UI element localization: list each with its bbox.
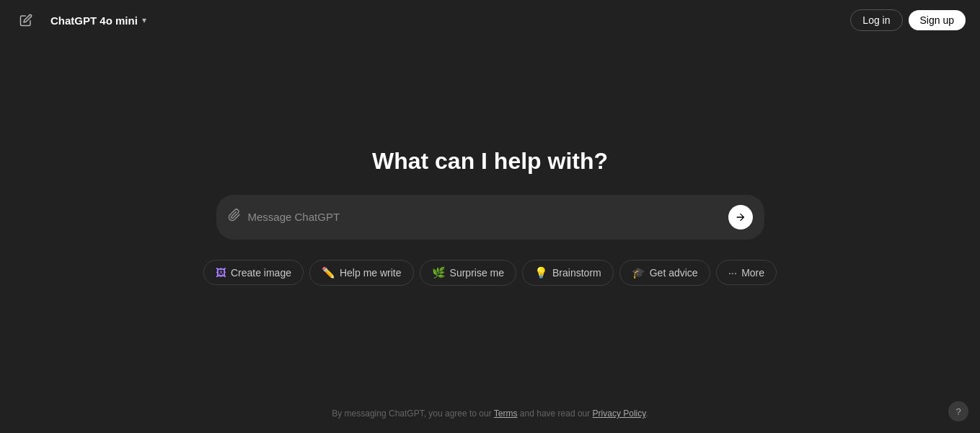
help-write-label: Help me write [340,267,402,279]
footer-text-before: By messaging ChatGPT, you agree to our [332,408,494,419]
header-left: ChatGPT 4o mini ▾ [14,9,152,32]
create-image-label: Create image [231,267,291,279]
header: ChatGPT 4o mini ▾ Log in Sign up [0,0,980,40]
brainstorm-icon: 💡 [534,266,548,279]
more-label: More [741,267,764,279]
page-title: What can I help with? [372,148,608,175]
signup-button[interactable]: Sign up [909,10,966,30]
terms-link[interactable]: Terms [494,408,518,419]
get-advice-label: Get advice [650,267,698,279]
help-button[interactable]: ? [948,401,968,421]
surprise-me-icon: 🌿 [432,266,446,279]
footer: By messaging ChatGPT, you agree to our T… [0,408,980,419]
new-chat-button[interactable] [14,9,37,32]
attachment-icon[interactable] [228,209,241,225]
chip-brainstorm[interactable]: 💡Brainstorm [522,260,614,286]
chip-surprise-me[interactable]: 🌿Surprise me [420,260,516,286]
get-advice-icon: 🎓 [632,266,645,279]
main-content: What can I help with? 🖼Create image✏️Hel… [0,0,980,433]
chip-help-write[interactable]: ✏️Help me write [309,260,414,286]
header-right: Log in Sign up [850,9,966,31]
action-chips: 🖼Create image✏️Help me write🌿Surprise me… [203,260,777,286]
more-icon: ··· [728,266,738,279]
chip-get-advice[interactable]: 🎓Get advice [619,260,710,286]
brainstorm-label: Brainstorm [552,267,601,279]
send-button[interactable] [728,205,753,229]
message-input-container [216,195,764,240]
model-selector[interactable]: ChatGPT 4o mini ▾ [45,12,152,30]
privacy-link[interactable]: Privacy Policy [593,408,646,419]
footer-text-middle: and have read our [518,408,593,419]
create-image-icon: 🖼 [216,266,226,279]
footer-text-after: . [645,408,648,419]
chip-more[interactable]: ···More [716,260,777,285]
message-input[interactable] [248,211,721,223]
model-name: ChatGPT 4o mini [50,14,138,27]
chip-create-image[interactable]: 🖼Create image [203,260,304,285]
surprise-me-label: Surprise me [450,267,504,279]
chevron-down-icon: ▾ [142,15,146,25]
help-write-icon: ✏️ [322,266,335,279]
login-button[interactable]: Log in [850,9,902,31]
